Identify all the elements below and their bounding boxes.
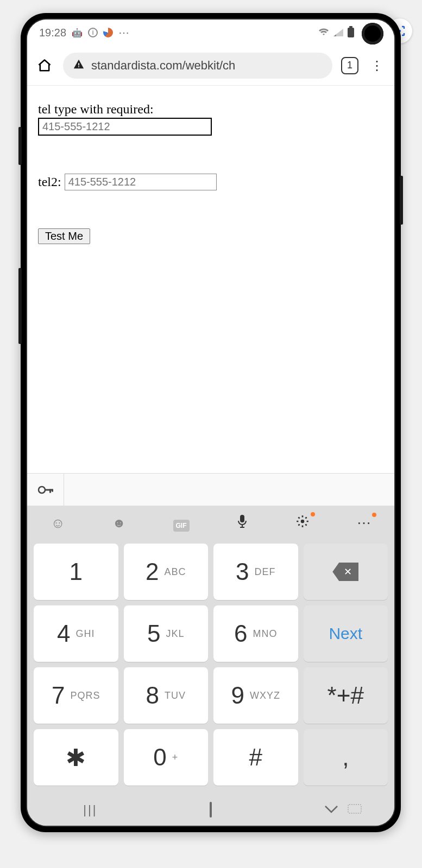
test-me-button[interactable]: Test Me: [38, 228, 90, 244]
battery-icon: [348, 28, 354, 37]
mic-icon[interactable]: [236, 514, 248, 533]
svg-rect-5: [49, 489, 51, 493]
url-text: standardista.com/webkit/ch: [91, 59, 235, 73]
svg-rect-2: [78, 66, 79, 67]
android-icon: 🤖: [72, 28, 83, 38]
tel1-label: tel type with required:: [38, 102, 383, 117]
svg-rect-9: [348, 805, 361, 813]
key-5[interactable]: 5JKL: [124, 605, 209, 662]
status-time: 19:28: [39, 27, 66, 39]
key-8[interactable]: 8TUV: [124, 667, 209, 724]
key-4[interactable]: 4GHI: [34, 605, 118, 662]
keyboard-suggestion-bar: [27, 473, 394, 506]
url-bar[interactable]: standardista.com/webkit/ch: [63, 53, 332, 79]
home-nav-button[interactable]: [210, 803, 212, 817]
back-button[interactable]: [324, 803, 338, 817]
bixby-button: [18, 268, 22, 344]
key-7[interactable]: 7PQRS: [34, 667, 118, 724]
tel2-input[interactable]: [65, 174, 217, 190]
svg-rect-6: [52, 489, 53, 492]
android-nav-bar: |||: [27, 794, 394, 826]
password-key-icon[interactable]: [27, 474, 64, 506]
keyboard-more-icon[interactable]: ⋯: [357, 515, 371, 532]
key-2[interactable]: 2ABC: [124, 544, 209, 600]
key-*+#[interactable]: *+#: [304, 667, 388, 724]
key-next[interactable]: Next: [304, 605, 388, 662]
signal-icon: [333, 29, 343, 36]
web-page-content: tel type with required: tel2: Test Me: [27, 86, 394, 473]
browser-toolbar: standardista.com/webkit/ch 1 ⋮: [27, 46, 394, 86]
emoji-icon[interactable]: ☺: [51, 515, 65, 532]
keyboard-switch-icon[interactable]: [348, 803, 362, 817]
key-backspace[interactable]: ✕: [304, 544, 388, 600]
volume-button: [18, 127, 22, 165]
status-bar: 19:28 🤖 i ⋯: [27, 20, 394, 46]
svg-point-8: [301, 519, 305, 523]
browser-menu-button[interactable]: ⋮: [367, 56, 387, 75]
power-button: [400, 176, 403, 225]
settings-icon[interactable]: [295, 514, 310, 532]
svg-point-3: [39, 487, 45, 493]
home-button[interactable]: [35, 58, 54, 73]
gif-icon[interactable]: GIF: [173, 515, 190, 532]
key-0[interactable]: 0+: [124, 729, 209, 786]
sticker-icon[interactable]: ☻: [112, 515, 126, 531]
tabs-button[interactable]: 1: [341, 57, 358, 74]
soft-keyboard: ☺ ☻ GIF ⋯ 12ABC3DEF✕4GHI5JKL6MNONext7PQR…: [27, 506, 394, 794]
key-star[interactable]: ✱: [34, 729, 118, 786]
key-,[interactable]: ,: [304, 729, 388, 786]
key-3[interactable]: 3DEF: [213, 544, 298, 600]
more-notifications-icon: ⋯: [118, 26, 130, 39]
svg-rect-7: [240, 515, 244, 522]
insecure-icon: [73, 58, 85, 73]
key-1[interactable]: 1: [34, 544, 118, 600]
phone-frame: 19:28 🤖 i ⋯: [21, 13, 401, 832]
tel2-label: tel2:: [38, 175, 61, 189]
keyboard-toolbar: ☺ ☻ GIF ⋯: [27, 506, 394, 540]
swirl-icon: [103, 28, 113, 37]
key-6[interactable]: 6MNO: [213, 605, 298, 662]
key-9[interactable]: 9WXYZ: [213, 667, 298, 724]
wifi-icon: [318, 27, 329, 39]
recents-button[interactable]: |||: [83, 803, 97, 817]
front-camera: [362, 23, 383, 44]
key-#[interactable]: #: [213, 729, 298, 786]
info-icon: i: [88, 28, 98, 37]
svg-rect-1: [78, 63, 79, 66]
tel1-input[interactable]: [38, 118, 212, 136]
svg-rect-4: [45, 489, 53, 490]
